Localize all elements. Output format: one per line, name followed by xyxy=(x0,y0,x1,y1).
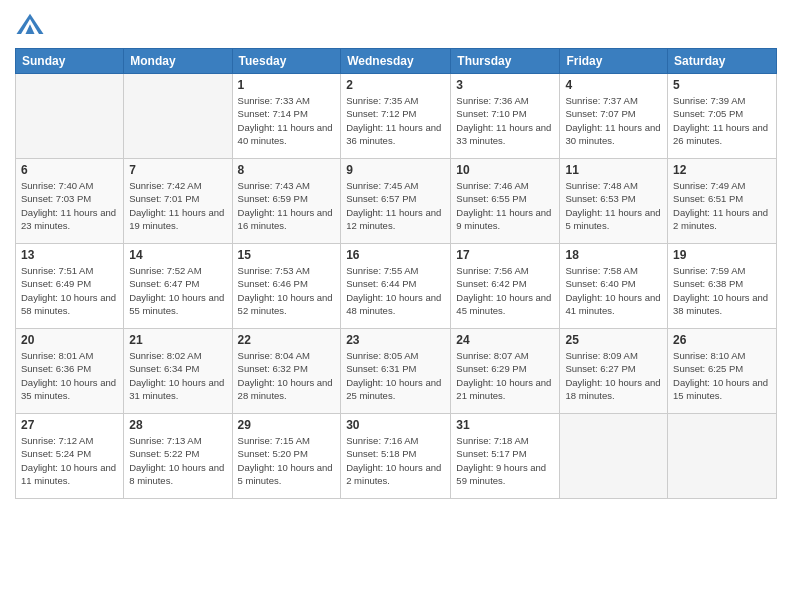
calendar-cell-w3-d3: 16Sunrise: 7:55 AMSunset: 6:44 PMDayligh… xyxy=(341,244,451,329)
week-row-4: 20Sunrise: 8:01 AMSunset: 6:36 PMDayligh… xyxy=(16,329,777,414)
calendar-cell-w3-d0: 13Sunrise: 7:51 AMSunset: 6:49 PMDayligh… xyxy=(16,244,124,329)
calendar-cell-w3-d4: 17Sunrise: 7:56 AMSunset: 6:42 PMDayligh… xyxy=(451,244,560,329)
logo-icon xyxy=(15,10,45,40)
calendar-cell-w4-d4: 24Sunrise: 8:07 AMSunset: 6:29 PMDayligh… xyxy=(451,329,560,414)
calendar-cell-w4-d2: 22Sunrise: 8:04 AMSunset: 6:32 PMDayligh… xyxy=(232,329,341,414)
day-info: Sunrise: 7:16 AMSunset: 5:18 PMDaylight:… xyxy=(346,434,445,487)
day-info: Sunrise: 8:04 AMSunset: 6:32 PMDaylight:… xyxy=(238,349,336,402)
day-info: Sunrise: 7:15 AMSunset: 5:20 PMDaylight:… xyxy=(238,434,336,487)
day-info: Sunrise: 7:39 AMSunset: 7:05 PMDaylight:… xyxy=(673,94,771,147)
day-info: Sunrise: 8:10 AMSunset: 6:25 PMDaylight:… xyxy=(673,349,771,402)
calendar-cell-w3-d6: 19Sunrise: 7:59 AMSunset: 6:38 PMDayligh… xyxy=(668,244,777,329)
calendar-cell-w2-d3: 9Sunrise: 7:45 AMSunset: 6:57 PMDaylight… xyxy=(341,159,451,244)
day-info: Sunrise: 7:42 AMSunset: 7:01 PMDaylight:… xyxy=(129,179,226,232)
calendar-cell-w5-d4: 31Sunrise: 7:18 AMSunset: 5:17 PMDayligh… xyxy=(451,414,560,499)
day-number: 14 xyxy=(129,248,226,262)
day-info: Sunrise: 7:49 AMSunset: 6:51 PMDaylight:… xyxy=(673,179,771,232)
calendar-cell-w1-d4: 3Sunrise: 7:36 AMSunset: 7:10 PMDaylight… xyxy=(451,74,560,159)
day-info: Sunrise: 7:55 AMSunset: 6:44 PMDaylight:… xyxy=(346,264,445,317)
day-number: 23 xyxy=(346,333,445,347)
week-row-1: 1Sunrise: 7:33 AMSunset: 7:14 PMDaylight… xyxy=(16,74,777,159)
calendar-cell-w2-d1: 7Sunrise: 7:42 AMSunset: 7:01 PMDaylight… xyxy=(124,159,232,244)
col-monday: Monday xyxy=(124,49,232,74)
calendar-cell-w4-d3: 23Sunrise: 8:05 AMSunset: 6:31 PMDayligh… xyxy=(341,329,451,414)
day-number: 26 xyxy=(673,333,771,347)
day-number: 5 xyxy=(673,78,771,92)
calendar-table: Sunday Monday Tuesday Wednesday Thursday… xyxy=(15,48,777,499)
calendar-cell-w4-d5: 25Sunrise: 8:09 AMSunset: 6:27 PMDayligh… xyxy=(560,329,668,414)
day-info: Sunrise: 7:37 AMSunset: 7:07 PMDaylight:… xyxy=(565,94,662,147)
calendar-cell-w5-d3: 30Sunrise: 7:16 AMSunset: 5:18 PMDayligh… xyxy=(341,414,451,499)
day-info: Sunrise: 7:53 AMSunset: 6:46 PMDaylight:… xyxy=(238,264,336,317)
day-number: 31 xyxy=(456,418,554,432)
day-number: 7 xyxy=(129,163,226,177)
day-info: Sunrise: 7:36 AMSunset: 7:10 PMDaylight:… xyxy=(456,94,554,147)
week-row-2: 6Sunrise: 7:40 AMSunset: 7:03 PMDaylight… xyxy=(16,159,777,244)
calendar-cell-w2-d0: 6Sunrise: 7:40 AMSunset: 7:03 PMDaylight… xyxy=(16,159,124,244)
day-number: 16 xyxy=(346,248,445,262)
calendar-cell-w1-d6: 5Sunrise: 7:39 AMSunset: 7:05 PMDaylight… xyxy=(668,74,777,159)
day-info: Sunrise: 7:56 AMSunset: 6:42 PMDaylight:… xyxy=(456,264,554,317)
day-number: 3 xyxy=(456,78,554,92)
day-number: 8 xyxy=(238,163,336,177)
calendar-cell-w2-d5: 11Sunrise: 7:48 AMSunset: 6:53 PMDayligh… xyxy=(560,159,668,244)
day-info: Sunrise: 7:12 AMSunset: 5:24 PMDaylight:… xyxy=(21,434,118,487)
day-info: Sunrise: 8:07 AMSunset: 6:29 PMDaylight:… xyxy=(456,349,554,402)
day-number: 11 xyxy=(565,163,662,177)
week-row-5: 27Sunrise: 7:12 AMSunset: 5:24 PMDayligh… xyxy=(16,414,777,499)
day-number: 24 xyxy=(456,333,554,347)
page: Sunday Monday Tuesday Wednesday Thursday… xyxy=(0,0,792,612)
calendar-cell-w2-d2: 8Sunrise: 7:43 AMSunset: 6:59 PMDaylight… xyxy=(232,159,341,244)
calendar-cell-w3-d5: 18Sunrise: 7:58 AMSunset: 6:40 PMDayligh… xyxy=(560,244,668,329)
logo xyxy=(15,10,49,40)
col-thursday: Thursday xyxy=(451,49,560,74)
col-friday: Friday xyxy=(560,49,668,74)
calendar-cell-w2-d6: 12Sunrise: 7:49 AMSunset: 6:51 PMDayligh… xyxy=(668,159,777,244)
day-number: 18 xyxy=(565,248,662,262)
calendar-cell-w4-d6: 26Sunrise: 8:10 AMSunset: 6:25 PMDayligh… xyxy=(668,329,777,414)
day-number: 22 xyxy=(238,333,336,347)
calendar-cell-w4-d1: 21Sunrise: 8:02 AMSunset: 6:34 PMDayligh… xyxy=(124,329,232,414)
day-number: 6 xyxy=(21,163,118,177)
calendar-cell-w1-d0 xyxy=(16,74,124,159)
calendar-cell-w5-d0: 27Sunrise: 7:12 AMSunset: 5:24 PMDayligh… xyxy=(16,414,124,499)
col-sunday: Sunday xyxy=(16,49,124,74)
col-tuesday: Tuesday xyxy=(232,49,341,74)
day-number: 10 xyxy=(456,163,554,177)
day-info: Sunrise: 7:18 AMSunset: 5:17 PMDaylight:… xyxy=(456,434,554,487)
calendar-cell-w1-d5: 4Sunrise: 7:37 AMSunset: 7:07 PMDaylight… xyxy=(560,74,668,159)
day-info: Sunrise: 7:33 AMSunset: 7:14 PMDaylight:… xyxy=(238,94,336,147)
day-number: 20 xyxy=(21,333,118,347)
day-info: Sunrise: 7:59 AMSunset: 6:38 PMDaylight:… xyxy=(673,264,771,317)
calendar-cell-w1-d2: 1Sunrise: 7:33 AMSunset: 7:14 PMDaylight… xyxy=(232,74,341,159)
calendar-header-row: Sunday Monday Tuesday Wednesday Thursday… xyxy=(16,49,777,74)
day-info: Sunrise: 7:35 AMSunset: 7:12 PMDaylight:… xyxy=(346,94,445,147)
day-info: Sunrise: 8:09 AMSunset: 6:27 PMDaylight:… xyxy=(565,349,662,402)
day-info: Sunrise: 7:51 AMSunset: 6:49 PMDaylight:… xyxy=(21,264,118,317)
calendar-cell-w2-d4: 10Sunrise: 7:46 AMSunset: 6:55 PMDayligh… xyxy=(451,159,560,244)
day-info: Sunrise: 7:52 AMSunset: 6:47 PMDaylight:… xyxy=(129,264,226,317)
header xyxy=(15,10,777,40)
day-number: 30 xyxy=(346,418,445,432)
day-number: 13 xyxy=(21,248,118,262)
day-info: Sunrise: 7:58 AMSunset: 6:40 PMDaylight:… xyxy=(565,264,662,317)
calendar-cell-w1-d1 xyxy=(124,74,232,159)
day-info: Sunrise: 7:45 AMSunset: 6:57 PMDaylight:… xyxy=(346,179,445,232)
day-number: 17 xyxy=(456,248,554,262)
day-number: 4 xyxy=(565,78,662,92)
calendar-cell-w4-d0: 20Sunrise: 8:01 AMSunset: 6:36 PMDayligh… xyxy=(16,329,124,414)
day-info: Sunrise: 7:46 AMSunset: 6:55 PMDaylight:… xyxy=(456,179,554,232)
day-info: Sunrise: 8:01 AMSunset: 6:36 PMDaylight:… xyxy=(21,349,118,402)
calendar-cell-w5-d5 xyxy=(560,414,668,499)
day-number: 15 xyxy=(238,248,336,262)
col-saturday: Saturday xyxy=(668,49,777,74)
day-info: Sunrise: 8:05 AMSunset: 6:31 PMDaylight:… xyxy=(346,349,445,402)
calendar-cell-w5-d1: 28Sunrise: 7:13 AMSunset: 5:22 PMDayligh… xyxy=(124,414,232,499)
col-wednesday: Wednesday xyxy=(341,49,451,74)
day-info: Sunrise: 7:40 AMSunset: 7:03 PMDaylight:… xyxy=(21,179,118,232)
day-number: 2 xyxy=(346,78,445,92)
calendar-cell-w5-d6 xyxy=(668,414,777,499)
calendar-cell-w3-d1: 14Sunrise: 7:52 AMSunset: 6:47 PMDayligh… xyxy=(124,244,232,329)
day-number: 12 xyxy=(673,163,771,177)
day-number: 29 xyxy=(238,418,336,432)
